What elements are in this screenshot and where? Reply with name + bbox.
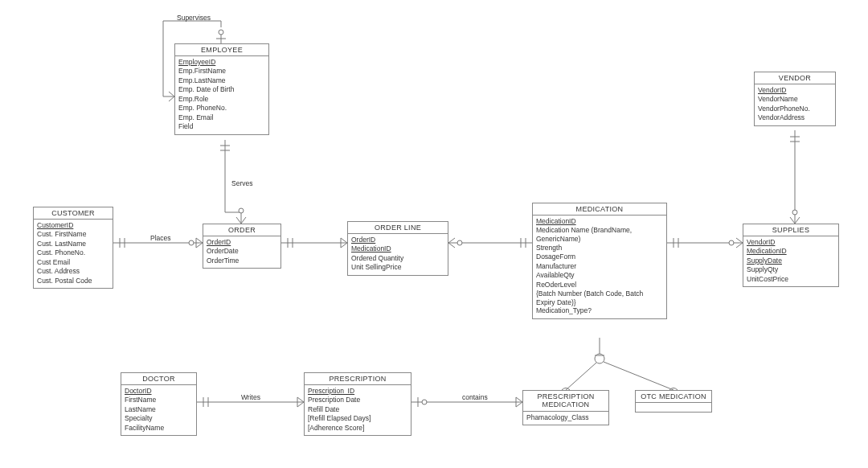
- attr: DosageForm: [536, 252, 663, 261]
- attr-pk: MedicationID: [747, 247, 835, 256]
- entity-medication: MEDICATION MedicationID Medication Name …: [532, 203, 667, 319]
- attr-pk: CustomerID: [37, 221, 109, 230]
- entity-attrs: Prescription_ID Prescription Date Refill…: [305, 385, 411, 435]
- entity-customer: CUSTOMER CustomerID Cust. FirstName Cust…: [33, 207, 113, 289]
- attr-pk: Prescription_ID: [308, 387, 407, 396]
- entity-attrs: MedicationID Medication Name (BrandName,…: [533, 216, 666, 318]
- attr-pk: OrderID: [351, 236, 444, 244]
- attr: Prescription Date: [308, 396, 407, 404]
- attr: Emp. Date of Birth: [178, 85, 265, 94]
- attr: ReOderLevel: [536, 281, 663, 289]
- entity-attrs: DoctorID FirstName LastName Specialty Fa…: [121, 385, 196, 435]
- attr-pk: EmployeeID: [178, 58, 265, 67]
- attr: SupplyQty: [747, 265, 835, 274]
- attr: Emp.LastName: [178, 76, 265, 85]
- attr-pk: SupplyDate: [747, 257, 835, 265]
- svg-point-18: [457, 240, 462, 245]
- attr: Phamacology_Class: [526, 413, 605, 422]
- entity-title: PRESCRIPTION: [305, 373, 411, 385]
- attr-pk: OrderID: [207, 238, 277, 247]
- entity-employee: EMPLOYEE EmployeeID Emp.FirstName Emp.La…: [174, 43, 269, 135]
- entity-prescription: PRESCRIPTION Prescription_ID Prescriptio…: [304, 372, 411, 436]
- entity-vendor: VENDOR VendorID VendorName VendorPhoneNo…: [754, 72, 836, 126]
- svg-point-24: [729, 240, 734, 245]
- svg-point-11: [219, 30, 223, 35]
- svg-point-28: [792, 210, 797, 215]
- attr: Cust. FirstName: [37, 230, 109, 239]
- svg-line-40: [566, 363, 596, 390]
- attr: [Refill Elapsed Days]: [308, 414, 407, 423]
- attr: Refill Date: [308, 405, 407, 414]
- attr: Medication Name (BrandName, GenericName): [536, 226, 663, 243]
- entity-attrs: OrderID MedicationID Ordered Quantity Un…: [348, 234, 448, 275]
- attr: OrderTime: [207, 257, 277, 265]
- rel-writes: Writes: [241, 393, 260, 401]
- attr: Field: [178, 122, 265, 131]
- entity-title: CUSTOMER: [34, 207, 113, 220]
- attr: Emp.Role: [178, 95, 265, 104]
- attr: Medication_Type?: [536, 306, 663, 315]
- entity-title: ORDER LINE: [348, 222, 448, 234]
- attr: OrderDate: [207, 247, 277, 256]
- attr: Strength: [536, 244, 663, 252]
- entity-title: OTC MEDICATION: [636, 391, 711, 403]
- attr: Cust. Postal Code: [37, 277, 109, 285]
- attr: {Batch Number (Batch Code, Batch Expiry …: [536, 289, 663, 306]
- attr: VendorAddress: [758, 113, 832, 122]
- entity-title: ORDER: [203, 224, 280, 236]
- attr: Emp. Email: [178, 113, 265, 122]
- entity-attrs: CustomerID Cust. FirstName Cust. LastNam…: [34, 220, 113, 288]
- entity-doctor: DOCTOR DoctorID FirstName LastName Speci…: [121, 372, 197, 436]
- rel-contains: contains: [462, 393, 488, 401]
- entity-otc-medication: OTC MEDICATION: [635, 390, 712, 413]
- attr: Emp.FirstName: [178, 67, 265, 76]
- attr: FacilityName: [125, 424, 193, 433]
- attr: Specialty: [125, 414, 193, 423]
- entity-title: MEDICATION: [533, 203, 666, 216]
- entity-attrs: Phamacology_Class: [523, 412, 608, 425]
- attr: LastName: [125, 405, 193, 414]
- attr: Cust Email: [37, 258, 109, 267]
- attr-pk: MedicationID: [536, 217, 663, 226]
- entity-title: VENDOR: [755, 72, 835, 84]
- entity-orderline: ORDER LINE OrderID MedicationID Ordered …: [347, 221, 448, 276]
- entity-attrs: [636, 403, 711, 412]
- entity-title: EMPLOYEE: [175, 44, 268, 56]
- attr-pk: VendorID: [747, 238, 835, 247]
- attr-pk: MedicationID: [351, 244, 444, 253]
- svg-point-10: [239, 208, 244, 213]
- svg-point-38: [595, 354, 604, 363]
- attr: Ordered Quantity: [351, 254, 444, 263]
- attr: Cust. LastName: [37, 240, 109, 248]
- attr: AvailableQty: [536, 271, 663, 280]
- entity-prescription-medication: PRESCRIPTION MEDICATION Phamacology_Clas…: [522, 390, 609, 425]
- entity-title: SUPPLIES: [743, 224, 838, 236]
- entity-supplies: SUPPLIES VendorID MedicationID SupplyDat…: [743, 224, 839, 287]
- attr: VendorPhoneNo.: [758, 105, 832, 113]
- attr: Unit SellingPrice: [351, 263, 444, 272]
- attr-pk: VendorID: [758, 86, 832, 95]
- rel-places: Places: [150, 234, 171, 242]
- attr: FirstName: [125, 396, 193, 404]
- attr: Cust. Address: [37, 267, 109, 276]
- attr: [Adherence Score]: [308, 424, 407, 433]
- svg-point-4: [189, 240, 194, 245]
- entity-attrs: OrderID OrderDate OrderTime: [203, 236, 280, 268]
- attr: VendorName: [758, 95, 832, 104]
- svg-line-41: [604, 362, 674, 390]
- attr-pk: DoctorID: [125, 387, 193, 396]
- entity-attrs: EmployeeID Emp.FirstName Emp.LastName Em…: [175, 56, 268, 134]
- attr: Cust. PhoneNo.: [37, 248, 109, 257]
- attr: Emp. PhoneNo.: [178, 104, 265, 113]
- entity-title: PRESCRIPTION MEDICATION: [523, 391, 608, 412]
- attr: Manufacturer: [536, 262, 663, 271]
- attr: UnitCostPrice: [747, 275, 835, 284]
- rel-serves: Serves: [231, 179, 252, 187]
- entity-attrs: VendorID MedicationID SupplyDate SupplyQ…: [743, 236, 838, 286]
- entity-title: DOCTOR: [121, 373, 196, 385]
- svg-point-35: [422, 400, 427, 404]
- entity-attrs: VendorID VendorName VendorPhoneNo. Vendo…: [755, 84, 835, 125]
- entity-order: ORDER OrderID OrderDate OrderTime: [203, 224, 281, 269]
- rel-supervises: Supervises: [177, 14, 211, 22]
